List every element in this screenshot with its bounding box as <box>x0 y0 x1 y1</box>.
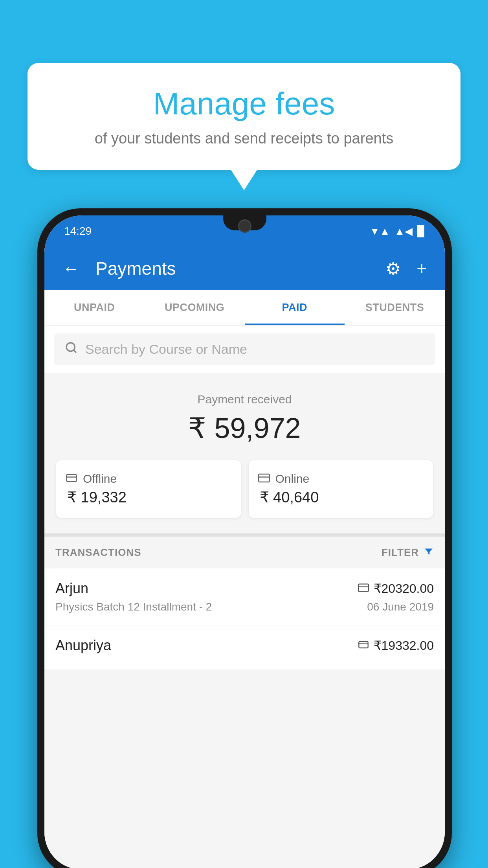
transaction-amount-container-1: ₹20320.00 <box>358 581 434 596</box>
transaction-row-bottom-1: Physics Batch 12 Installment - 2 06 June… <box>55 601 434 613</box>
transaction-amount-1: ₹20320.00 <box>374 581 434 596</box>
transaction-amount-container-2: ₹19332.00 <box>358 638 434 653</box>
svg-rect-8 <box>359 642 368 648</box>
speech-bubble: Manage fees of your students and send re… <box>28 63 460 170</box>
add-icon[interactable]: + <box>413 255 431 282</box>
online-card-header: Online <box>258 472 310 485</box>
wifi-icon: ▼▲ <box>370 225 390 237</box>
status-time: 14:29 <box>64 225 92 237</box>
app-title: Payments <box>95 258 370 279</box>
transaction-row-anupriya[interactable]: Anupriya ₹19332.00 <box>44 625 445 670</box>
svg-rect-4 <box>259 474 270 482</box>
bubble-title: Manage fees <box>51 86 437 121</box>
signal-icon: ▲◀ <box>394 225 413 237</box>
screen-content: ← Payments ⚙ + UNPAID UPCOMING PAID STUD… <box>44 247 445 868</box>
online-amount: ₹ 40,640 <box>258 489 319 506</box>
status-bar: 14:29 ▼▲ ▲◀ ▉ <box>44 215 445 247</box>
search-icon <box>65 341 77 357</box>
svg-line-1 <box>73 350 76 352</box>
status-icons: ▼▲ ▲◀ ▉ <box>370 225 425 237</box>
transactions-header: TRANSACTIONS FILTER <box>44 537 445 568</box>
svg-rect-6 <box>358 584 369 592</box>
speech-bubble-container: Manage fees of your students and send re… <box>28 63 460 170</box>
filter-icon <box>424 546 434 559</box>
bubble-subtitle: of your students and send receipts to pa… <box>51 129 437 148</box>
tabs-container: UNPAID UPCOMING PAID STUDENTS <box>44 290 445 326</box>
transaction-name-1: Arjun <box>55 580 88 597</box>
offline-type: Offline <box>83 472 117 485</box>
search-bar[interactable]: Search by Course or Name <box>54 333 435 365</box>
tab-students[interactable]: STUDENTS <box>345 290 445 325</box>
transaction-row-top-1: Arjun ₹20320.00 <box>55 580 434 597</box>
offline-payment-card: Offline ₹ 19,332 <box>56 460 241 518</box>
transaction-pay-icon-2 <box>358 639 369 652</box>
settings-icon[interactable]: ⚙ <box>382 255 405 283</box>
payment-summary: Payment received ₹ 59,972 Offli <box>44 373 445 537</box>
phone-frame: 14:29 ▼▲ ▲◀ ▉ ← Payments ⚙ + UNPAID UPCO <box>37 208 452 868</box>
app-bar: ← Payments ⚙ + <box>44 247 445 290</box>
search-placeholder: Search by Course or Name <box>85 342 247 357</box>
filter-container[interactable]: FILTER <box>382 546 434 559</box>
offline-card-header: Offline <box>66 472 117 485</box>
transactions-label: TRANSACTIONS <box>55 546 141 559</box>
online-icon <box>258 472 270 485</box>
payment-total-amount: ₹ 59,972 <box>56 412 433 445</box>
app-bar-actions: ⚙ + <box>382 255 431 283</box>
offline-icon <box>66 472 77 485</box>
transaction-row-top-2: Anupriya ₹19332.00 <box>55 637 434 654</box>
search-container: Search by Course or Name <box>44 326 445 373</box>
payment-cards: Offline ₹ 19,332 <box>56 460 433 518</box>
transaction-pay-icon-1 <box>358 582 369 595</box>
svg-rect-2 <box>67 474 77 482</box>
tab-paid[interactable]: PAID <box>245 290 345 325</box>
transaction-amount-2: ₹19332.00 <box>374 638 434 653</box>
filter-label: FILTER <box>382 546 419 559</box>
tab-unpaid[interactable]: UNPAID <box>44 290 145 325</box>
online-type: Online <box>275 472 310 485</box>
phone-screen: 14:29 ▼▲ ▲◀ ▉ ← Payments ⚙ + UNPAID UPCO <box>44 215 445 868</box>
online-payment-card: Online ₹ 40,640 <box>249 460 433 518</box>
battery-icon: ▉ <box>417 225 425 237</box>
payment-received-label: Payment received <box>56 393 433 406</box>
transaction-date-1: 06 June 2019 <box>367 601 434 613</box>
offline-amount: ₹ 19,332 <box>66 489 127 506</box>
transaction-name-2: Anupriya <box>55 637 111 654</box>
transaction-row-arjun[interactable]: Arjun ₹20320.00 Physics Batch 12 Install… <box>44 568 445 625</box>
back-button[interactable]: ← <box>59 255 84 282</box>
tab-upcoming[interactable]: UPCOMING <box>145 290 245 325</box>
transaction-course-1: Physics Batch 12 Installment - 2 <box>55 601 212 613</box>
